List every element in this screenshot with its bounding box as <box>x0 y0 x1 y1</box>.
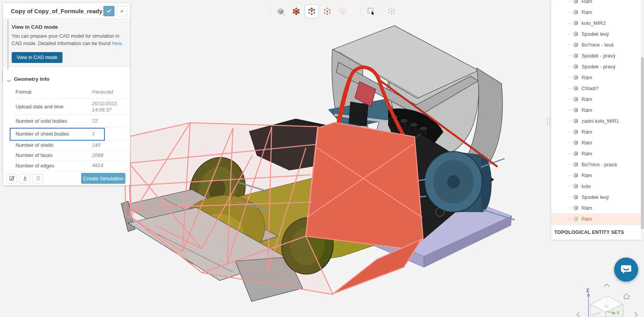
panel-title: Copy of Copy_of_Formule_ready <box>11 8 102 14</box>
panel-resize-handle[interactable] <box>2 71 3 82</box>
tree-scrollbar-thumb[interactable] <box>641 57 644 229</box>
tree-item[interactable]: Rám <box>551 202 644 213</box>
tree-item[interactable]: kolo <box>551 181 644 192</box>
z-axis <box>587 293 590 317</box>
body-cube-icon <box>573 85 578 91</box>
select-faces-cube-icon[interactable] <box>305 4 319 18</box>
select-volumes-cube-icon[interactable] <box>289 4 303 18</box>
collapse-dash <box>568 164 571 165</box>
z-axis-label: Z <box>586 287 589 293</box>
tree-item[interactable]: Rám <box>551 94 644 105</box>
body-cube-icon <box>573 53 578 58</box>
topological-entity-sets-section[interactable]: TOPOLOGICAL ENTITY SETS <box>551 225 644 240</box>
chassis-frame-selected[interactable] <box>124 122 423 294</box>
select-vertices-cube-icon[interactable] <box>336 4 350 18</box>
download-button[interactable] <box>19 174 30 183</box>
body-cube-icon <box>573 42 578 47</box>
panel-header: Copy of Copy_of_Formule_ready × <box>3 3 130 19</box>
edit-button[interactable] <box>6 174 17 183</box>
tree-item[interactable]: Rám <box>551 7 644 17</box>
body-cube-icon <box>573 162 578 167</box>
cad-mode-section: View in CAD mode You can prepare your CA… <box>3 19 130 67</box>
collapse-dash <box>568 88 571 89</box>
tree-item[interactable]: Spodek - pravý <box>551 50 644 61</box>
render-mode-cube-icon[interactable] <box>274 4 288 18</box>
collapse-dash <box>568 56 571 56</box>
confirm-button[interactable] <box>103 6 115 16</box>
panel-footer: Create Simulation <box>3 171 130 185</box>
geometry-info-heading[interactable]: Geometry Info <box>14 76 50 82</box>
tree-item[interactable]: Chladi? <box>551 83 644 94</box>
body-cube-icon <box>573 140 578 145</box>
toolbar-divider <box>361 7 361 16</box>
view-in-cad-mode-button[interactable]: View in CAD mode <box>12 52 62 63</box>
tree-item[interactable]: Rám <box>551 72 644 83</box>
collapse-dash <box>568 99 571 99</box>
body-cube-icon <box>573 20 578 26</box>
tree-item[interactable]: Spodek levý <box>551 28 644 39</box>
tree-item[interactable]: Rám <box>551 148 644 159</box>
tree-item[interactable]: zadni kolo_MIR1 <box>551 115 644 126</box>
table-row-highlighted: Number of sheet bodies 1 <box>14 127 126 140</box>
collapse-dash <box>568 23 571 23</box>
scene-tree-panel: Rám Rám kolo_MIR2 Spodek levý Bo?nice - … <box>551 0 644 240</box>
box-select-icon[interactable] <box>364 4 378 18</box>
download-icon <box>22 175 28 182</box>
collapse-dash <box>568 175 571 176</box>
collapse-dash <box>568 12 571 12</box>
rotate-right-chevron[interactable] <box>635 312 637 317</box>
tree-item[interactable]: Rám <box>551 105 644 115</box>
body-cube-icon <box>573 183 578 189</box>
geometry-settings-panel: Copy of Copy_of_Formule_ready × View in … <box>3 3 130 185</box>
chevron-down-icon[interactable] <box>7 78 11 84</box>
body-cube-icon <box>573 0 578 4</box>
y-axis-label: Y <box>616 310 620 316</box>
body-cube-icon <box>573 31 578 37</box>
collapse-dash <box>568 45 571 45</box>
body-cube-icon <box>573 172 578 178</box>
cad-mode-description: You can prepare your CAD model for simul… <box>12 33 123 47</box>
tree-item[interactable]: Rám <box>551 170 644 181</box>
body-cube-icon <box>573 151 578 156</box>
tree-item[interactable]: Spodek - pravý <box>551 61 644 72</box>
table-row: Number of faces 2068 <box>14 150 126 160</box>
collapse-dash <box>568 66 571 67</box>
tree-item-selected[interactable]: Rám <box>551 213 644 224</box>
tree-item[interactable]: Bo?nice - pravá <box>551 159 644 170</box>
collapse-dash <box>568 219 571 219</box>
chat-bubble-icon <box>620 263 632 276</box>
tree-item[interactable]: Rám <box>551 0 644 7</box>
body-cube-icon <box>573 194 578 200</box>
body-cube-icon <box>573 64 578 69</box>
toolbar-divider <box>381 7 382 16</box>
trash-icon <box>35 175 41 182</box>
delete-button[interactable] <box>33 174 43 183</box>
tree-item[interactable]: Spodek levý <box>551 192 644 202</box>
simscale-workbench: { "left_panel": { "header": { "title": "… <box>0 0 644 317</box>
here-link[interactable]: here <box>112 41 122 46</box>
body-cube-icon <box>573 129 578 134</box>
rotate-up-chevron[interactable] <box>604 284 609 287</box>
table-row: Number of edges 4814 <box>14 160 126 171</box>
rear-wheel[interactable] <box>425 152 491 212</box>
body-cube-icon <box>573 9 578 15</box>
close-button[interactable]: × <box>116 6 127 16</box>
chat-launcher-button[interactable] <box>614 258 638 282</box>
cad-mode-heading: View in CAD mode <box>12 24 58 30</box>
panel-scrollbar[interactable] <box>7 19 9 70</box>
tree-item[interactable]: kolo_MIR2 <box>551 17 644 28</box>
collapse-dash <box>568 197 571 197</box>
tree-item[interactable]: Rám <box>551 126 644 137</box>
entity-set-cube-icon[interactable] <box>385 4 399 18</box>
tree-item[interactable]: Rám <box>551 137 644 148</box>
create-simulation-button[interactable]: Create Simulation <box>81 173 125 184</box>
select-edges-cube-icon[interactable] <box>320 4 334 18</box>
collapse-dash <box>568 34 571 34</box>
viewer-toolbar <box>268 4 399 19</box>
collapse-dash <box>568 208 571 208</box>
home-icon[interactable] <box>623 294 630 299</box>
rotate-left-chevron[interactable] <box>577 312 580 317</box>
tree-item[interactable]: Bo?nice - levá <box>551 39 644 50</box>
table-row: Format Parasolid <box>14 85 126 99</box>
tree-panel-resize-handle[interactable] <box>547 117 550 125</box>
